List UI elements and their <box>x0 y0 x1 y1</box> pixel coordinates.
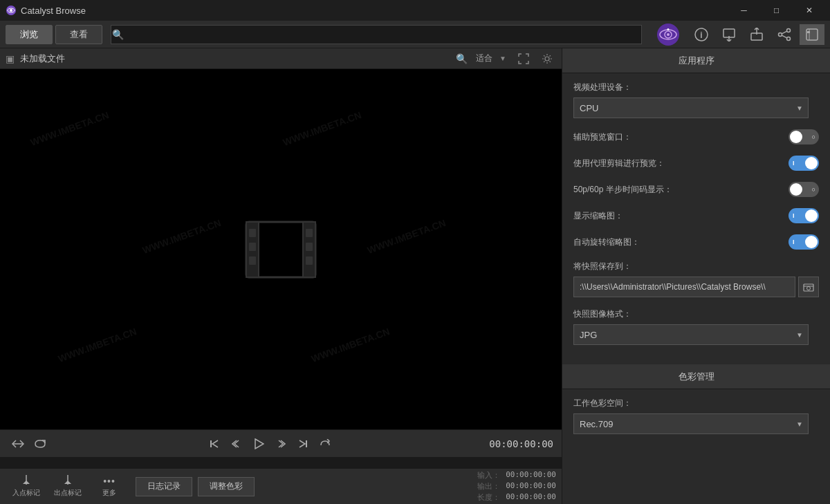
half-step-knob <box>790 183 802 196</box>
next-frame-btn[interactable] <box>271 434 290 454</box>
more-icon: ••• <box>103 476 116 487</box>
skip-to-start-btn[interactable] <box>205 434 224 454</box>
auto-rotate-row: 自动旋转缩略图： I <box>573 234 819 250</box>
snapshot-path-input[interactable] <box>573 277 795 297</box>
fullscreen-btn[interactable] <box>515 50 533 68</box>
prev-frame-btn[interactable] <box>227 434 246 454</box>
right-panel: 应用程序 视频处理设备： CPU GPU ▼ 辅助预览窗口： ○ <box>562 48 830 504</box>
aux-preview-knob <box>790 131 802 143</box>
adjust-color-button[interactable]: 调整色彩 <box>198 477 255 496</box>
work-color-label-row: 工作色彩空间： <box>573 398 819 409</box>
color-settings-body: 工作色彩空间： Rec.709 S-Gamut3.Cine/S-Log3 S-G… <box>562 389 830 454</box>
ctrl-group-timecode: 00:00:00:00 <box>489 438 553 449</box>
half-step-toggle-label: ○ <box>812 186 815 193</box>
aux-preview-label: 辅助预览窗口： <box>573 131 631 143</box>
show-thumb-row: 显示缩略图： I <box>573 208 819 223</box>
in-point-btn[interactable]: 入点标记 <box>6 470 47 503</box>
snapshot-path-label-row: 将快照保存到： <box>573 261 819 272</box>
loop-btn[interactable] <box>30 434 50 454</box>
tab-browse[interactable]: 浏览 <box>6 25 53 44</box>
snapshot-path-label: 将快照保存到： <box>573 261 631 272</box>
proxy-preview-row: 使用代理剪辑进行预览： I <box>573 156 819 171</box>
snapshot-browse-btn[interactable] <box>798 277 819 297</box>
proxy-preview-toggle[interactable]: I <box>788 156 819 171</box>
half-step-label: 50p/60p 半步时间码显示： <box>573 184 672 196</box>
svg-point-14 <box>787 28 791 32</box>
proxy-preview-knob <box>805 157 818 169</box>
app-icon <box>6 5 17 16</box>
repeat-btn[interactable] <box>315 434 335 454</box>
info-button[interactable]: i <box>689 24 714 45</box>
timeline-bar[interactable] <box>0 458 562 468</box>
no-file-label: 未加载文件 <box>20 53 447 65</box>
tab-view[interactable]: 查看 <box>55 25 102 44</box>
svg-point-7 <box>667 28 670 30</box>
video-header: ▣ 未加载文件 🔍 适合 ▼ <box>0 48 562 69</box>
minimize-button[interactable]: ─ <box>728 0 759 21</box>
svg-marker-37 <box>23 480 30 484</box>
show-thumb-label: 显示缩略图： <box>573 210 623 222</box>
toolbar-logo <box>656 22 681 47</box>
search-btn[interactable]: 🔍 <box>452 50 470 68</box>
settings-button[interactable] <box>800 24 824 45</box>
svg-rect-26 <box>249 229 256 237</box>
import-button[interactable] <box>717 24 741 45</box>
main-layout: ▣ 未加载文件 🔍 适合 ▼ WWW.IMBETA.CN WWW.IMBETA.… <box>0 48 830 504</box>
svg-point-15 <box>779 32 782 36</box>
auto-rotate-toggle[interactable]: I <box>788 234 819 250</box>
aux-preview-toggle-label: ○ <box>812 133 815 140</box>
show-thumb-toggle-label: I <box>793 212 795 219</box>
show-thumb-knob <box>805 209 818 222</box>
input-value: 00:00:00:00 <box>506 470 556 480</box>
svg-rect-29 <box>306 229 313 237</box>
play-btn[interactable] <box>249 434 268 454</box>
duration-value: 00:00:00:00 <box>506 492 556 503</box>
show-thumb-toggle[interactable]: I <box>788 208 819 223</box>
share-button[interactable] <box>772 24 797 45</box>
svg-point-2 <box>10 9 12 12</box>
work-color-dropdown-container: Rec.709 S-Gamut3.Cine/S-Log3 S-Gamut3/S-… <box>573 413 809 434</box>
log-record-button[interactable]: 日志记录 <box>136 477 192 496</box>
svg-text:i: i <box>700 30 702 40</box>
output-label: 输出： <box>477 481 500 492</box>
video-device-select[interactable]: CPU GPU <box>573 97 809 118</box>
video-device-label: 视频处理设备： <box>573 82 631 93</box>
snapshot-format-dropdown-container: JPG PNG TIFF ▼ <box>573 324 809 345</box>
aux-preview-toggle[interactable]: ○ <box>788 129 819 144</box>
settings-body: 视频处理设备： CPU GPU ▼ 辅助预览窗口： ○ 使用代理剪辑进行预览： <box>562 73 830 364</box>
work-color-select[interactable]: Rec.709 S-Gamut3.Cine/S-Log3 S-Gamut3/S-… <box>573 413 809 434</box>
snapshot-format-label: 快照图像格式： <box>573 308 631 320</box>
settings-video-btn[interactable] <box>538 50 556 68</box>
color-section-title: 色彩管理 <box>679 371 714 383</box>
search-input[interactable] <box>111 25 642 44</box>
timeline[interactable] <box>0 457 562 468</box>
out-point-btn[interactable]: 出点标记 <box>47 470 89 503</box>
in-point-label: 入点标记 <box>12 488 40 498</box>
trim-ctrl-btn[interactable] <box>8 434 28 454</box>
export-button[interactable] <box>744 24 769 45</box>
more-btn[interactable]: ••• 更多 <box>89 470 130 503</box>
video-device-row: 视频处理设备： <box>573 82 819 93</box>
fit-label: 适合 <box>476 53 492 64</box>
toolbar: 浏览 查看 🔍 i <box>0 21 830 48</box>
input-label: 输入： <box>477 470 500 480</box>
svg-point-41 <box>807 287 811 290</box>
titlebar: Catalyst Browse ─ □ ✕ <box>0 0 830 21</box>
titlebar-title: Catalyst Browse <box>21 6 86 16</box>
half-step-toggle[interactable]: ○ <box>788 182 819 197</box>
maximize-button[interactable]: □ <box>761 0 792 21</box>
input-info-row: 输入： 00:00:00:00 <box>477 470 556 480</box>
bottom-controls: 入点标记 出点标记 ••• 更多 日志记录 调整色彩 输入： 00:00:00:… <box>0 468 562 504</box>
color-section-header: 色彩管理 <box>562 364 830 389</box>
svg-marker-34 <box>255 439 264 449</box>
svg-rect-30 <box>306 243 313 251</box>
timecode-display: 00:00:00:00 <box>489 438 553 449</box>
titlebar-controls: ─ □ ✕ <box>728 0 824 21</box>
skip-to-end-btn[interactable] <box>293 434 313 454</box>
snapshot-format-select[interactable]: JPG PNG TIFF <box>573 324 809 345</box>
ctrl-group-left <box>8 434 50 454</box>
aux-preview-row: 辅助预览窗口： ○ <box>573 129 819 144</box>
proxy-preview-toggle-label: I <box>793 160 795 167</box>
half-step-row: 50p/60p 半步时间码显示： ○ <box>573 182 819 197</box>
close-button[interactable]: ✕ <box>793 0 824 21</box>
